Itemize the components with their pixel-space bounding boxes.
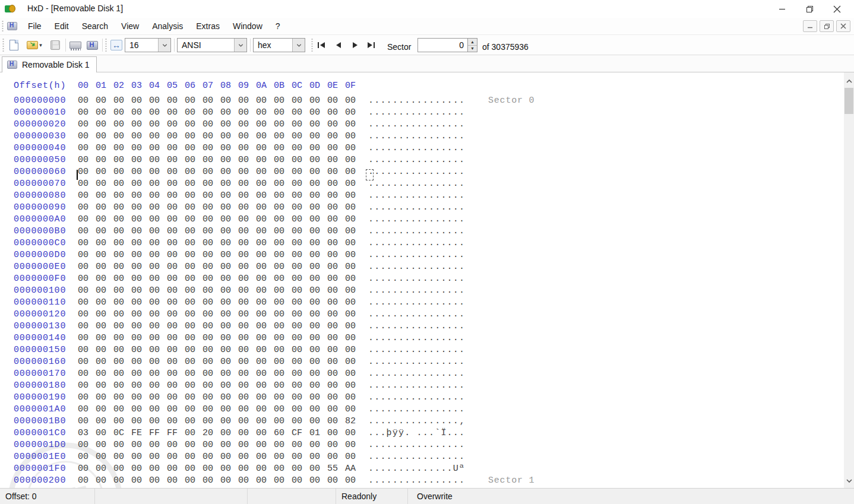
row-ascii[interactable]: ................ — [368, 475, 488, 487]
row-bytes[interactable]: 00 00 00 00 00 00 00 00 00 00 00 00 00 0… — [78, 202, 368, 214]
row-bytes[interactable]: 00 00 00 00 00 00 00 00 00 00 00 00 00 0… — [78, 416, 368, 427]
toolbar-grip-2[interactable] — [105, 38, 107, 52]
hex-row[interactable]: 000000200 00 00 00 00 00 00 00 00 00 00 … — [0, 475, 844, 487]
menubar-grip[interactable] — [2, 20, 4, 32]
combo-chevron-icon[interactable] — [292, 39, 305, 52]
row-bytes[interactable]: 00 00 00 00 00 00 00 00 00 00 00 00 00 0… — [78, 154, 368, 166]
spinner-down-icon[interactable]: ▼ — [468, 46, 477, 52]
row-ascii[interactable]: ................ — [368, 226, 488, 237]
mdi-restore-button[interactable] — [820, 20, 834, 32]
row-bytes[interactable]: 00 00 00 00 00 00 00 00 00 00 00 00 00 0… — [78, 332, 368, 344]
row-bytes[interactable]: 00 00 00 00 00 00 00 00 00 00 00 00 00 0… — [78, 166, 368, 178]
row-bytes[interactable]: 00 00 00 00 00 00 00 00 00 00 00 00 00 0… — [78, 439, 368, 451]
row-offset[interactable]: 000000130 — [14, 321, 78, 332]
hex-row[interactable]: 000000090 00 00 00 00 00 00 00 00 00 00 … — [0, 202, 844, 214]
row-ascii[interactable]: ................ — [368, 166, 488, 178]
open-dropdown-icon[interactable]: ▾ — [39, 42, 42, 48]
row-bytes[interactable]: 00 00 00 00 00 00 00 00 00 00 00 00 00 0… — [78, 190, 368, 202]
row-ascii[interactable]: ................ — [368, 332, 488, 344]
hex-row[interactable]: 000000040 00 00 00 00 00 00 00 00 00 00 … — [0, 142, 844, 154]
row-ascii[interactable]: ................ — [368, 261, 488, 273]
row-bytes[interactable]: 00 00 00 00 00 00 00 00 00 00 00 00 00 0… — [78, 249, 368, 261]
row-bytes[interactable]: 00 00 00 00 00 00 00 00 00 00 00 00 00 0… — [78, 142, 368, 154]
row-offset[interactable]: 0000001D0 — [14, 439, 78, 451]
row-bytes[interactable]: 00 00 00 00 00 00 00 00 00 00 00 00 00 0… — [78, 237, 368, 249]
row-offset[interactable]: 0000001A0 — [14, 404, 78, 416]
offset-base-combo[interactable]: hex — [253, 38, 305, 52]
title-bar[interactable]: HxD - [Removable Disk 1] — [0, 0, 854, 18]
menu-view[interactable]: View — [115, 18, 146, 35]
menu-extras[interactable]: Extras — [189, 18, 226, 35]
tab-removable-disk-1[interactable]: Removable Disk 1 — [2, 56, 97, 72]
hex-row[interactable]: 0000000D0 00 00 00 00 00 00 00 00 00 00 … — [0, 249, 844, 261]
row-offset[interactable]: 0000000A0 — [14, 214, 78, 226]
row-ascii[interactable]: ................ — [368, 237, 488, 249]
restore-button[interactable] — [796, 0, 823, 18]
first-sector-button[interactable] — [315, 39, 329, 52]
row-offset[interactable]: 0000001C0 — [14, 427, 78, 439]
row-offset[interactable]: 0000001B0 — [14, 416, 78, 427]
row-ascii[interactable]: ................ — [368, 451, 488, 463]
hex-row[interactable]: 000000000 00 00 00 00 00 00 00 00 00 00 … — [0, 95, 844, 107]
row-ascii[interactable]: ..............Uª — [368, 463, 488, 475]
vertical-scrollbar[interactable] — [844, 72, 854, 488]
row-ascii[interactable]: ................ — [368, 142, 488, 154]
row-bytes[interactable]: 00 00 00 00 00 00 00 00 00 00 00 00 00 0… — [78, 475, 368, 487]
row-offset[interactable]: 000000060 — [14, 166, 78, 178]
row-ascii[interactable]: ................ — [368, 309, 488, 321]
combo-chevron-icon[interactable] — [158, 39, 170, 52]
menu-search[interactable]: Search — [75, 18, 115, 35]
row-ascii[interactable]: ................ — [368, 439, 488, 451]
scroll-down-button[interactable] — [844, 476, 854, 486]
spinner-up-icon[interactable]: ▲ — [468, 39, 477, 46]
row-bytes[interactable]: 00 00 00 00 00 00 00 00 00 00 00 00 00 0… — [78, 226, 368, 237]
row-offset[interactable]: 000000050 — [14, 154, 78, 166]
row-bytes[interactable]: 00 00 00 00 00 00 00 00 00 00 00 00 00 0… — [78, 107, 368, 119]
hex-row[interactable]: 0000001C0 03 00 0C FE FF FF 00 20 00 00 … — [0, 427, 844, 439]
hex-row[interactable]: 000000170 00 00 00 00 00 00 00 00 00 00 … — [0, 368, 844, 380]
row-ascii[interactable]: ................ — [368, 249, 488, 261]
hex-row[interactable]: 000000060 00 00 00 00 00 00 00 00 00 00 … — [0, 166, 844, 178]
row-bytes[interactable]: 00 00 00 00 00 00 00 00 00 00 00 00 00 0… — [78, 131, 368, 142]
row-offset[interactable]: 000000030 — [14, 131, 78, 142]
row-offset[interactable]: 0000000B0 — [14, 226, 78, 237]
row-offset[interactable]: 000000000 — [14, 95, 78, 107]
hex-row[interactable]: 0000000B0 00 00 00 00 00 00 00 00 00 00 … — [0, 226, 844, 237]
minimize-button[interactable] — [768, 0, 796, 18]
row-bytes[interactable]: 00 00 00 00 00 00 00 00 00 00 00 00 00 0… — [78, 95, 368, 107]
hex-row[interactable]: 000000070 00 00 00 00 00 00 00 00 00 00 … — [0, 178, 844, 190]
open-disk-button[interactable] — [84, 38, 100, 52]
row-offset[interactable]: 0000001E0 — [14, 451, 78, 463]
row-offset[interactable]: 0000000E0 — [14, 261, 78, 273]
row-bytes[interactable]: 00 00 00 00 00 00 00 00 00 00 00 00 00 0… — [78, 368, 368, 380]
mdi-close-button[interactable] — [836, 20, 850, 32]
row-ascii[interactable]: ................ — [368, 297, 488, 309]
save-button[interactable] — [48, 38, 63, 52]
hex-row[interactable]: 000000160 00 00 00 00 00 00 00 00 00 00 … — [0, 356, 844, 368]
toolbar-grip[interactable] — [2, 38, 4, 52]
row-offset[interactable]: 000000100 — [14, 285, 78, 297]
row-ascii[interactable]: ................ — [368, 154, 488, 166]
charset-combo[interactable]: ANSI — [177, 38, 247, 52]
row-offset[interactable]: 000000110 — [14, 297, 78, 309]
row-offset[interactable]: 000000090 — [14, 202, 78, 214]
row-ascii[interactable]: ................ — [368, 214, 488, 226]
hex-row[interactable]: 000000030 00 00 00 00 00 00 00 00 00 00 … — [0, 131, 844, 142]
row-offset[interactable]: 000000120 — [14, 309, 78, 321]
hex-row[interactable]: 000000150 00 00 00 00 00 00 00 00 00 00 … — [0, 344, 844, 356]
row-offset[interactable]: 000000170 — [14, 368, 78, 380]
row-ascii[interactable]: ................ — [368, 119, 488, 131]
row-ascii[interactable]: ................ — [368, 178, 488, 190]
scrollbar-thumb[interactable] — [844, 88, 853, 114]
hex-row[interactable]: 0000001A0 00 00 00 00 00 00 00 00 00 00 … — [0, 404, 844, 416]
row-ascii[interactable]: ................ — [368, 285, 488, 297]
row-bytes[interactable]: 00 00 00 00 00 00 00 00 00 00 00 00 00 0… — [78, 404, 368, 416]
menu-help[interactable]: ? — [269, 18, 287, 35]
open-ram-button[interactable] — [68, 38, 83, 52]
row-bytes[interactable]: 00 00 00 00 00 00 00 00 00 00 00 00 00 0… — [78, 380, 368, 392]
hex-row[interactable]: 000000180 00 00 00 00 00 00 00 00 00 00 … — [0, 380, 844, 392]
row-offset[interactable]: 000000190 — [14, 392, 78, 404]
row-offset[interactable]: 000000040 — [14, 142, 78, 154]
row-ascii[interactable]: ................ — [368, 202, 488, 214]
hex-row[interactable]: 0000000E0 00 00 00 00 00 00 00 00 00 00 … — [0, 261, 844, 273]
